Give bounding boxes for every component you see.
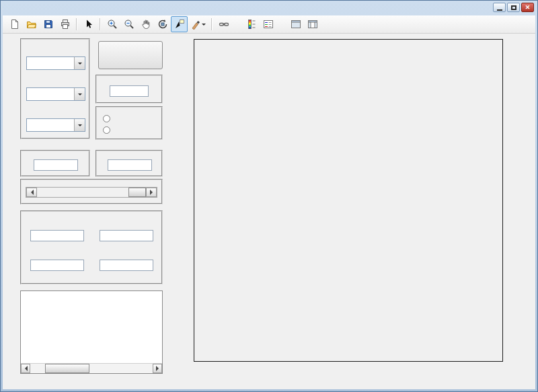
atom-b-select[interactable] [26,87,85,101]
show-plot-tools-icon [307,19,318,30]
scrollbar-thumb[interactable] [45,364,89,373]
data-cursor-icon [174,19,185,30]
atom-types-panel [20,38,90,139]
open-folder-icon [26,19,37,30]
titlebar[interactable]: ✕ [1,1,537,15]
hide-plot-tools-icon [291,19,301,30]
dropdown-button[interactable] [74,119,85,131]
bc-distance-input[interactable] [30,260,84,271]
collision-angle-panel [20,179,163,204]
insert-colorbar-button[interactable] [243,16,260,32]
initial-conditions-panel [20,210,163,284]
figure-client-area [3,34,535,389]
slider-right-arrow[interactable] [146,188,157,197]
radio-icon [103,126,110,134]
toolbar [3,15,535,34]
brush-icon [191,19,200,30]
colorbar-icon [246,19,257,30]
pan-button[interactable] [137,16,154,32]
figure-body [3,15,535,389]
window-controls: ✕ [493,3,534,12]
slider-left-arrow[interactable] [26,188,37,197]
update-button[interactable] [98,41,163,69]
zoom-out-button[interactable] [120,16,137,32]
triangle-right-icon [150,190,155,195]
toolbar-separator [100,18,101,30]
scroll-right-button[interactable] [153,364,162,373]
steps-input[interactable] [34,159,78,171]
cursor-arrow-icon [83,19,94,30]
toolbar-separator [211,18,213,30]
calculation-type-panel [95,106,163,140]
toolbar-separator [76,18,77,30]
zoom-out-icon [124,19,134,30]
axes-box [194,39,503,362]
maximize-icon [511,5,516,10]
radio-mep[interactable] [103,125,116,134]
cutoff-panel [95,150,163,177]
insert-legend-button[interactable] [260,16,276,32]
show-plot-tools-button[interactable] [304,16,321,32]
minimize-button[interactable] [493,3,506,12]
save-icon [43,19,54,30]
chevron-down-icon [78,63,82,67]
zoom-in-button[interactable] [104,16,120,32]
rotate-3d-icon [157,19,168,30]
triangle-left-icon [22,366,28,371]
open-file-button[interactable] [23,16,40,32]
edit-plot-button[interactable] [80,16,97,32]
dropdown-button[interactable] [74,57,85,69]
ab-distance-input[interactable] [30,230,84,241]
save-figure-button[interactable] [40,16,56,32]
steps-panel [20,150,90,177]
plot-type-list-items [22,292,161,363]
chevron-down-icon [78,124,82,128]
maximize-button[interactable] [507,3,520,12]
triangle-left-icon [28,190,34,195]
close-icon: ✕ [525,4,531,11]
bc-momentum-input[interactable] [100,260,153,271]
chevron-down-icon [78,93,82,97]
zoom-in-icon [107,19,118,30]
printer-icon [60,19,71,30]
hide-plot-tools-button[interactable] [287,16,304,32]
link-plot-icon [219,19,229,30]
cutoff-input[interactable] [108,159,152,171]
print-figure-button[interactable] [56,16,73,32]
slider-thumb[interactable] [128,188,146,197]
close-button[interactable]: ✕ [521,3,534,12]
radio-icon [103,115,110,122]
app-window: ✕ [0,0,538,392]
delta-input[interactable] [110,85,149,97]
contour-plot-canvas[interactable] [194,40,502,361]
link-plot-button[interactable] [215,16,232,32]
legend-icon [263,19,274,30]
pan-hand-icon [141,19,151,30]
radio-dynamics[interactable] [103,114,116,123]
collision-angle-slider[interactable] [26,187,157,198]
dropdown-button[interactable] [74,88,85,100]
scroll-left-button[interactable] [21,364,30,373]
new-document-icon [9,19,20,30]
brush-button[interactable] [188,16,208,32]
chevron-down-icon [202,24,206,28]
new-figure-button[interactable] [6,16,23,32]
triangle-right-icon [156,366,161,371]
rotate-3d-button[interactable] [154,16,171,32]
delta-value-panel [95,75,163,104]
plot-type-listbox[interactable] [20,290,163,374]
data-cursor-button[interactable] [171,16,188,32]
atom-c-select[interactable] [26,118,85,132]
listbox-horizontal-scrollbar[interactable] [21,363,162,373]
atom-a-select[interactable] [26,56,85,70]
minimize-icon [497,9,502,11]
ab-momentum-input[interactable] [100,230,153,241]
